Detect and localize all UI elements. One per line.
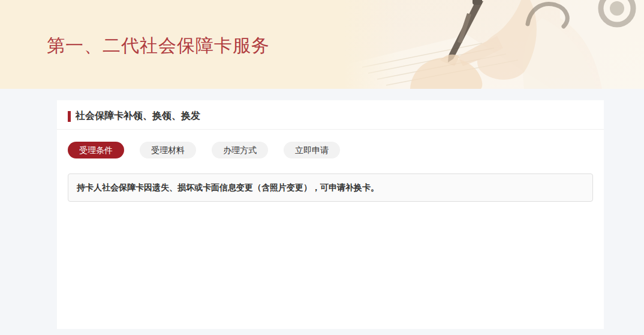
photo-fade-overlay xyxy=(344,0,644,89)
section-marker-bar xyxy=(68,111,71,122)
section-title: 社会保障卡补领、换领、换发 xyxy=(76,110,200,122)
page-body: 社会保障卡补领、换领、换发 受理条件 受理材料 办理方式 立即申请 持卡人社会保… xyxy=(0,89,644,329)
service-card: 社会保障卡补领、换领、换发 受理条件 受理材料 办理方式 立即申请 持卡人社会保… xyxy=(57,100,604,329)
doctor-photo xyxy=(344,0,644,89)
tab-bar: 受理条件 受理材料 办理方式 立即申请 xyxy=(57,130,604,158)
content-text: 持卡人社会保障卡因遗失、损坏或卡面信息变更（含照片变更），可申请补换卡。 xyxy=(77,183,584,193)
tab-apply-now[interactable]: 立即申请 xyxy=(284,142,340,158)
doctor-photo-illustration xyxy=(344,0,644,89)
tab-required-materials[interactable]: 受理材料 xyxy=(140,142,196,158)
tab-processing-method[interactable]: 办理方式 xyxy=(212,142,268,158)
page-title: 第一、二代社会保障卡服务 xyxy=(47,34,270,58)
tab-acceptance-conditions[interactable]: 受理条件 xyxy=(68,142,124,158)
content-panel: 持卡人社会保障卡因遗失、损坏或卡面信息变更（含照片变更），可申请补换卡。 xyxy=(68,174,593,202)
section-header: 社会保障卡补领、换领、换发 xyxy=(57,100,604,130)
hero-banner: 第一、二代社会保障卡服务 xyxy=(0,0,644,89)
